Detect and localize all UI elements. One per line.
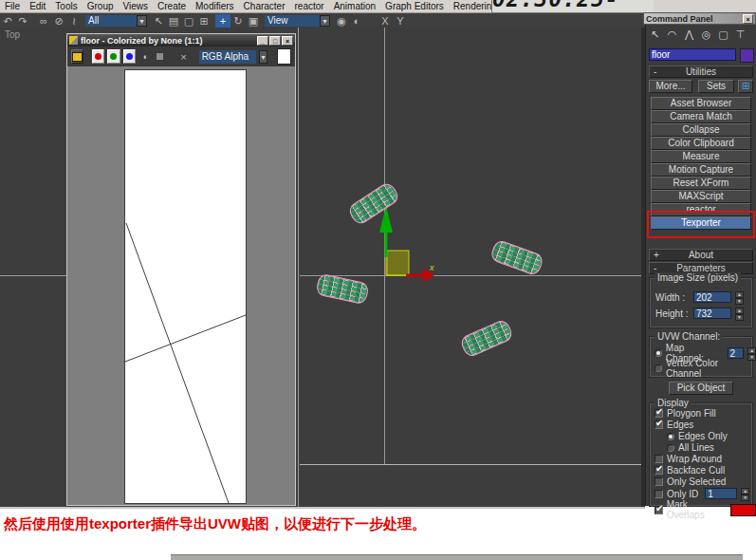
reference-coordinate-dropdown-arrow[interactable]: ▼ bbox=[320, 15, 330, 27]
utilities-rollout-header[interactable]: - Utilities bbox=[649, 65, 753, 78]
axis-constraint-y-icon[interactable]: Y bbox=[393, 14, 408, 28]
mark-overlaps-checkbox[interactable]: ✔ bbox=[655, 506, 663, 514]
alpha-channel-icon[interactable]: ◖ bbox=[138, 49, 151, 64]
undo-icon[interactable]: ↶ bbox=[0, 14, 15, 28]
height-label: Height : bbox=[655, 308, 690, 319]
only-selected-row: Only Selected bbox=[655, 476, 726, 487]
menu-group[interactable]: Group bbox=[83, 1, 119, 11]
selection-filter-dropdown[interactable]: All bbox=[85, 15, 137, 27]
motion-tab-icon[interactable]: ◎ bbox=[699, 28, 713, 42]
display-tab-icon[interactable]: ▢ bbox=[716, 28, 730, 42]
more-button[interactable]: More... bbox=[649, 80, 692, 93]
overlap-color-swatch[interactable] bbox=[730, 504, 756, 516]
height-input[interactable]: 732 bbox=[693, 308, 731, 319]
reference-coordinate-dropdown[interactable]: View bbox=[265, 15, 320, 27]
command-panel-close-icon[interactable]: × bbox=[743, 14, 753, 24]
edges-only-radio[interactable] bbox=[667, 433, 674, 440]
command-panel-titlebar[interactable]: Command Panel × bbox=[643, 12, 756, 25]
backface-cull-row: ✔ Backface Cull bbox=[655, 465, 725, 476]
menu-reactor[interactable]: reactor bbox=[290, 1, 329, 11]
all-lines-radio[interactable] bbox=[667, 444, 674, 452]
viewport-bottom-edge bbox=[0, 507, 645, 509]
polygon-fill-row: ✔ Ploygon Fill bbox=[655, 408, 716, 419]
clear-icon[interactable]: × bbox=[177, 49, 190, 64]
channel-display-dropdown[interactable]: RGB Alpha bbox=[199, 50, 256, 64]
polygon-fill-checkbox[interactable]: ✔ bbox=[655, 409, 663, 418]
only-id-spinner[interactable]: ▲▼ bbox=[741, 488, 749, 499]
select-object-icon[interactable]: ↖ bbox=[151, 14, 166, 28]
monochrome-icon[interactable] bbox=[154, 49, 166, 64]
edges-row: ✔ Edges bbox=[655, 420, 693, 430]
hierarchy-tab-icon[interactable]: ⋀ bbox=[682, 28, 696, 42]
menu-modifiers[interactable]: Modifiers bbox=[191, 1, 239, 11]
select-and-rotate-icon[interactable]: ↻ bbox=[230, 14, 246, 28]
modify-tab-icon[interactable]: ◠ bbox=[665, 28, 679, 42]
menu-character[interactable]: Character bbox=[239, 1, 290, 11]
utility-motion-capture-button[interactable]: Motion Capture bbox=[651, 163, 751, 177]
only-id-input[interactable]: 1 bbox=[705, 488, 737, 499]
map-channel-radio[interactable] bbox=[655, 349, 662, 357]
menu-tools[interactable]: Tools bbox=[50, 1, 82, 11]
unlink-selection-icon[interactable]: ⊘ bbox=[51, 14, 66, 28]
wrap-around-checkbox[interactable] bbox=[655, 455, 663, 463]
menu-graph-editors[interactable]: Graph Editors bbox=[380, 1, 449, 11]
use-pivot-point-icon[interactable]: ◉ bbox=[334, 14, 349, 28]
about-rollout-header[interactable]: + About bbox=[649, 249, 753, 261]
configure-sets-icon[interactable]: ⊞ bbox=[738, 80, 753, 93]
width-input[interactable]: 202 bbox=[693, 291, 731, 303]
only-selected-checkbox[interactable] bbox=[655, 477, 663, 486]
menu-views[interactable]: Views bbox=[119, 1, 154, 11]
height-spinner[interactable]: ▲▼ bbox=[735, 308, 744, 319]
select-and-manipulate-icon[interactable]: ◐ bbox=[349, 14, 364, 28]
object-color-swatch[interactable] bbox=[740, 48, 754, 63]
transform-gizmo[interactable]: x y bbox=[300, 28, 489, 312]
blue-channel-icon[interactable] bbox=[123, 49, 136, 64]
viewport-divider-horizontal[interactable] bbox=[300, 464, 641, 465]
backface-cull-checkbox[interactable]: ✔ bbox=[655, 466, 663, 475]
utility-reset-xform-button[interactable]: Reset XForm bbox=[651, 177, 751, 190]
bind-to-space-warp-icon[interactable]: ≀ bbox=[66, 14, 82, 28]
select-by-name-icon[interactable]: ▤ bbox=[166, 14, 181, 28]
utility-collapse-button[interactable]: Collapse bbox=[651, 123, 751, 137]
viewport-label[interactable]: Top bbox=[5, 29, 20, 40]
sets-button[interactable]: Sets bbox=[698, 80, 734, 93]
axis-constraint-x-icon[interactable]: X bbox=[378, 14, 393, 28]
menu-edit[interactable]: Edit bbox=[25, 1, 50, 11]
menu-file[interactable]: File bbox=[0, 1, 25, 11]
edges-checkbox[interactable]: ✔ bbox=[655, 420, 663, 429]
object-name-field[interactable] bbox=[649, 48, 736, 61]
gizmo-xy-plane-handle[interactable] bbox=[387, 251, 409, 275]
select-and-scale-icon[interactable]: ▣ bbox=[246, 14, 261, 28]
pick-object-button[interactable]: Pick Object bbox=[669, 382, 733, 395]
green-channel-icon[interactable] bbox=[107, 49, 120, 64]
vertex-color-radio[interactable] bbox=[655, 364, 662, 372]
window-crossing-icon[interactable]: ⊞ bbox=[196, 14, 212, 28]
create-tab-icon[interactable]: ↖ bbox=[648, 28, 662, 42]
selection-filter-dropdown-arrow[interactable]: ▼ bbox=[137, 15, 147, 27]
utilities-tab-icon[interactable]: ⊤ bbox=[733, 28, 747, 42]
select-and-move-icon[interactable]: + bbox=[215, 14, 230, 28]
menu-create[interactable]: Create bbox=[153, 1, 191, 11]
menu-animation[interactable]: Animation bbox=[329, 1, 380, 11]
select-and-link-icon[interactable]: ∞ bbox=[36, 14, 51, 28]
maximize-button[interactable]: □ bbox=[269, 36, 281, 46]
minimize-button[interactable]: _ bbox=[257, 36, 268, 46]
only-id-checkbox[interactable] bbox=[655, 490, 663, 498]
floor-window-titlebar[interactable]: floor - Colorized by None (1:1) _ □ × bbox=[67, 34, 295, 47]
utility-measure-button[interactable]: Measure bbox=[651, 150, 751, 163]
width-spinner[interactable]: ▲▼ bbox=[735, 291, 744, 303]
rendered-uv-canvas bbox=[67, 66, 295, 505]
save-bitmap-icon[interactable] bbox=[71, 49, 83, 64]
channel-dropdown-arrow[interactable]: ▼ bbox=[259, 50, 268, 64]
viewport-divider-vertical[interactable] bbox=[298, 28, 299, 508]
utility-asset-browser-button[interactable]: Asset Browser bbox=[651, 97, 751, 110]
rectangular-selection-region-icon[interactable]: ▢ bbox=[181, 14, 196, 28]
close-button[interactable]: × bbox=[282, 36, 293, 46]
redo-icon[interactable]: ↷ bbox=[15, 14, 30, 28]
utility-color-clipboard-button[interactable]: Color Clipboard bbox=[651, 137, 751, 150]
background-color-swatch[interactable] bbox=[277, 48, 291, 65]
utility-camera-match-button[interactable]: Camera Match bbox=[651, 110, 751, 123]
utility-maxscript-button[interactable]: MAXScript bbox=[651, 190, 751, 203]
floor-render-window: floor - Colorized by None (1:1) _ □ × ◖ … bbox=[66, 33, 296, 506]
red-channel-icon[interactable] bbox=[92, 49, 104, 64]
